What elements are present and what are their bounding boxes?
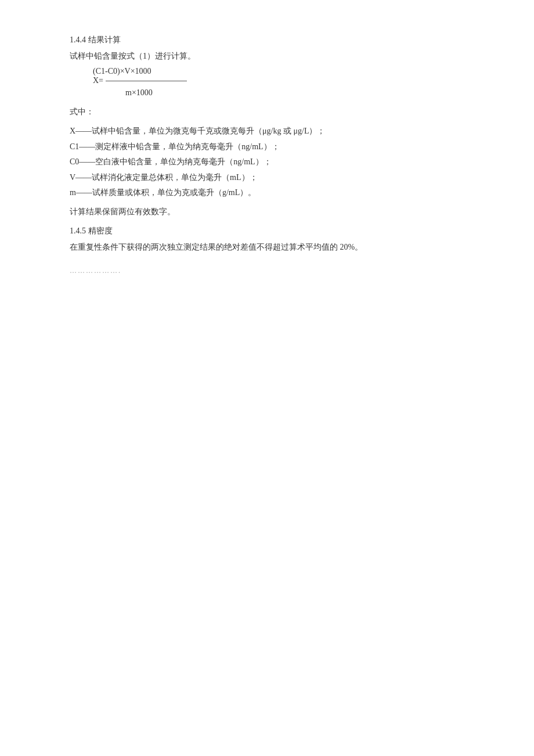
x-label: X= bbox=[93, 76, 103, 85]
intro-line: 试样中铅含量按式（1）进行计算。 bbox=[70, 49, 464, 63]
formula-area: (C1-C0)×V×1000 X= m×1000 bbox=[93, 67, 464, 100]
desc-line-2: C0——空白液中铅含量，单位为纳克每毫升（ng/mL）； bbox=[70, 154, 464, 170]
desc-line-4: m——试样质量或体积，单位为克或毫升（g/mL）。 bbox=[70, 185, 464, 201]
bottom-dots: ………………. bbox=[70, 267, 464, 275]
x-line: X= bbox=[93, 76, 464, 85]
formula-numerator-line: (C1-C0)×V×1000 bbox=[93, 67, 464, 76]
fraction-divider bbox=[106, 81, 187, 81]
shizhong-label: 式中： bbox=[70, 105, 464, 120]
section-144-title: 1.4.4 结果计算 bbox=[70, 35, 464, 45]
desc-line-0: X——试样中铅含量，单位为微克每千克或微克每升（μg/kg 或 μg/L）； bbox=[70, 124, 464, 139]
desc-line-3: V——试样消化液定量总体积，单位为毫升（mL）； bbox=[70, 170, 464, 186]
page-container: 1.4.4 结果计算 试样中铅含量按式（1）进行计算。 (C1-C0)×V×10… bbox=[0, 0, 534, 756]
formula-denominator-line: m×1000 bbox=[125, 85, 464, 100]
description-block: X——试样中铅含量，单位为微克每千克或微克每升（μg/kg 或 μg/L）； C… bbox=[70, 124, 464, 201]
desc-line-1: C1——测定样液中铅含量，单位为纳克每毫升（ng/mL）； bbox=[70, 139, 464, 155]
formula-numerator-text: (C1-C0)×V×1000 bbox=[93, 67, 151, 75]
formula-denominator-text: m×1000 bbox=[125, 88, 153, 97]
calc-note: 计算结果保留两位有效数字。 bbox=[70, 204, 464, 220]
precision-desc: 在重复性条件下获得的两次独立测定结果的绝对差值不得超过算术平均值的 20%。 bbox=[70, 240, 464, 255]
section-145-title: 1.4.5 精密度 bbox=[70, 226, 464, 236]
